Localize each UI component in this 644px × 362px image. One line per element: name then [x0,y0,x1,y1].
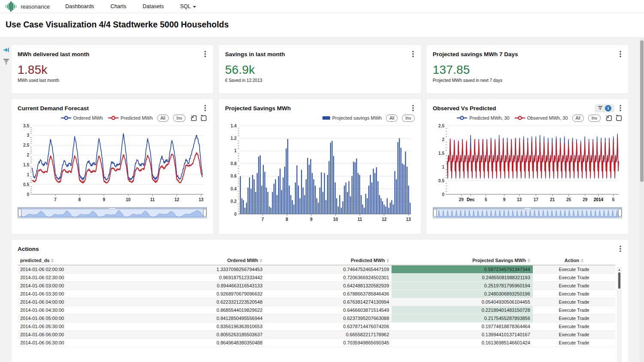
cell-ordered-mwh: 0.8649648380350488 [131,339,265,347]
chart-canvas[interactable]: 00.511.522.533.578910111213 [18,123,207,204]
table-scrollbar-thumb[interactable] [618,272,620,289]
legend-all-button[interactable]: All [157,115,169,122]
nav-item-charts[interactable]: Charts [110,3,126,9]
scroll-up-arrow-icon[interactable]: ▲ [618,268,621,272]
cell-projected-savings-mwh: 0.16136985146601424 [392,339,533,347]
cell-action[interactable]: Execute Trade [533,314,615,323]
cell-action[interactable]: Execute Trade [533,282,615,290]
svg-text:21: 21 [550,197,555,202]
cell-action[interactable]: Execute Trade [533,290,615,298]
table-row: 2014-01-06 03:00:000.89446631165431330.6… [18,282,615,290]
chart-title: Observed Vs Predicted [433,105,496,112]
kpi-row: MWh delivered last month 1.85k MWh used … [12,45,628,93]
legend-line-marker-icon [108,116,118,120]
chart-canvas[interactable]: 00.20.40.60.811.21.478910111213 [225,123,414,224]
cell-predicted-mwh: 0.7035949865690345 [265,339,392,347]
actions-table-card: Actions predicted_ds Ordered MWh Predict… [12,240,628,362]
top-navbar: reasonance Dashboards Charts Datasets SQ… [0,0,644,13]
sort-icon [51,259,54,262]
cell-action[interactable]: Execute Trade [533,339,615,347]
legend-all-button[interactable]: All [572,115,584,122]
legend-item[interactable]: Predicted MWh, 30 [457,115,510,121]
kebab-menu-icon[interactable] [204,50,207,58]
cell-predicted-ds: 2014-01-06 06:30:00 [18,339,131,347]
cell-projected-savings-mwh: 0.24855081988321193 [392,274,533,282]
zoom-select-icon[interactable] [606,115,612,121]
svg-text:9: 9 [103,197,105,202]
svg-text:0: 0 [27,192,29,197]
brand[interactable]: reasonance [5,1,50,12]
kebab-menu-icon[interactable] [411,50,415,58]
legend-inv-button[interactable]: Inv [173,115,185,122]
filter-icon[interactable] [3,58,9,65]
table-row: 2014-01-06 03:30:000.92689706790966320.6… [18,290,615,298]
table-row: 2014-01-06 02:00:001.33370982567944530.7… [18,265,615,274]
nav-item-sql[interactable]: SQL [180,3,196,9]
table-row: 2014-01-06 04:00:000.62233212235205480.6… [18,298,615,306]
applied-filters-indicator[interactable]: 1 [595,104,614,112]
zoom-reset-icon[interactable] [616,115,622,121]
legend-item[interactable]: Observed MWh, 30 [515,115,568,121]
legend-item[interactable]: Projected savings MWh [322,115,382,121]
kebab-menu-icon[interactable] [204,104,207,112]
expand-filter-bar-icon[interactable] [3,47,9,53]
brand-name: reasonance [21,3,50,10]
kebab-menu-icon[interactable] [619,244,622,253]
svg-text:10: 10 [126,197,131,202]
legend-inv-button[interactable]: Inv [402,115,414,122]
zoom-select-icon[interactable] [191,115,197,121]
page-scrollbar-thumb[interactable] [640,40,644,182]
legend-item[interactable]: Ordered MWh [61,115,103,121]
svg-text:8: 8 [286,217,289,222]
cell-projected-savings-mwh: 0.13994410137140167 [392,331,533,339]
svg-text:29: 29 [583,197,588,202]
filter-count-badge: 1 [605,105,611,112]
kpi-card-savings-last-month: Savings in last month 56.9k € Saved in 1… [219,45,420,93]
page-scrollbar[interactable] [639,37,644,362]
zoom-reset-icon[interactable] [200,115,207,121]
legend-line-marker-icon [515,116,525,120]
column-header-predicted-ds[interactable]: predicted_ds [18,256,131,265]
cell-ordered-mwh: 0.9268970679096632 [131,290,265,298]
cell-action[interactable]: Execute Trade [533,274,615,282]
svg-text:8: 8 [79,197,81,202]
svg-text:1: 1 [27,172,29,177]
nav-item-datasets[interactable]: Datasets [143,3,164,9]
legend-item[interactable]: Predicted MWh [108,115,153,121]
data-zoom-slider [18,207,207,218]
kebab-menu-icon[interactable] [619,104,622,112]
legend-all-button[interactable]: All [386,115,398,122]
cell-action[interactable]: Execute Trade [533,298,615,306]
cell-predicted-ds: 2014-01-06 04:00:00 [18,298,131,306]
cell-predicted-ds: 2014-01-06 02:30:00 [18,274,131,282]
data-zoom-canvas[interactable] [433,207,622,218]
column-header-action[interactable]: Action [533,256,615,265]
kebab-menu-icon[interactable] [411,104,415,112]
legend-items: Predicted MWh, 30Observed MWh, 30 [457,115,568,121]
column-header-projected-savings-mwh[interactable]: Projected Savings MWh [392,256,533,265]
cell-ordered-mwh: 0.969187512333442 [131,274,265,282]
kpi-title: MWh delivered last month [18,51,89,57]
column-header-ordered-mwh[interactable]: Ordered MWh [131,256,265,265]
nav-item-dashboards[interactable]: Dashboards [65,3,94,9]
column-header-predicted-mwh[interactable]: Predicted MWh [265,256,392,265]
cell-action[interactable]: Execute Trade [533,265,615,274]
chart-legend: Ordered MWhPredicted MWh All Inv [18,113,207,123]
legend-label: Ordered MWh [73,115,103,121]
observed-vs-predicted-plot: 00.511.522.529Dec59131721252920145 [433,123,622,204]
data-zoom-canvas[interactable] [18,207,207,218]
svg-text:1: 1 [442,165,444,169]
cell-action[interactable]: Execute Trade [533,323,615,331]
cell-predicted-ds: 2014-01-06 03:30:00 [18,290,131,298]
cell-projected-savings-mwh: 0.19774818878364464 [392,323,533,331]
kebab-menu-icon[interactable] [619,50,622,58]
cell-action[interactable]: Execute Trade [533,331,615,339]
cell-action[interactable]: Execute Trade [533,306,615,314]
svg-text:9: 9 [310,217,313,222]
svg-text:1.4: 1.4 [231,124,237,128]
table-scrollbar[interactable]: ▲ [617,267,621,362]
svg-text:0: 0 [234,212,237,217]
legend-inv-button[interactable]: Inv [588,115,601,122]
chart-canvas[interactable]: 00.511.522.529Dec59131721252920145 [433,123,622,204]
table-row: 2014-01-06 06:00:000.80552631855036370.6… [18,331,615,339]
